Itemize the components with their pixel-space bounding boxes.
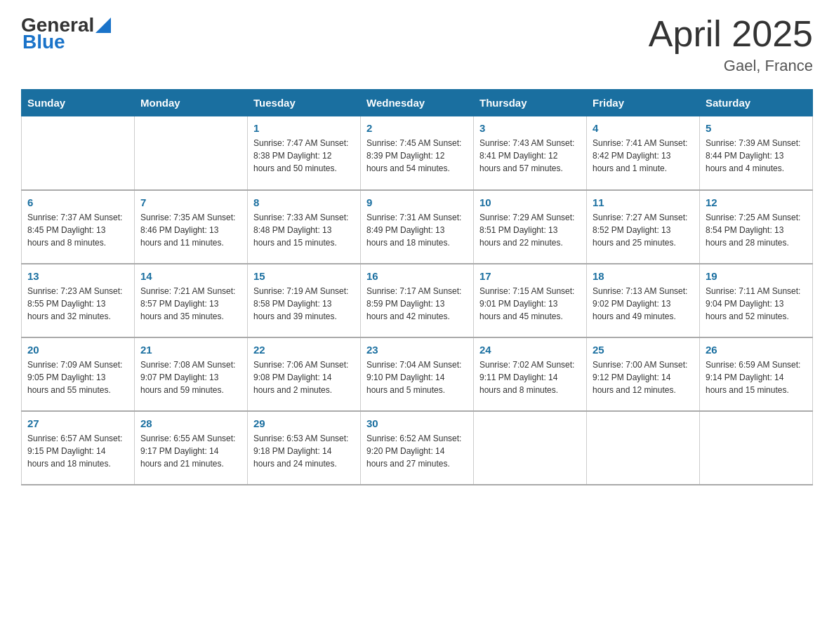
calendar-cell (135, 116, 248, 190)
calendar-cell: 25Sunrise: 7:00 AM Sunset: 9:12 PM Dayli… (587, 337, 700, 411)
day-info: Sunrise: 7:33 AM Sunset: 8:48 PM Dayligh… (253, 211, 355, 249)
calendar-cell: 11Sunrise: 7:27 AM Sunset: 8:52 PM Dayli… (587, 190, 700, 264)
day-info: Sunrise: 7:08 AM Sunset: 9:07 PM Dayligh… (140, 358, 241, 396)
day-info: Sunrise: 7:41 AM Sunset: 8:42 PM Dayligh… (593, 137, 694, 175)
day-number: 9 (366, 196, 468, 208)
calendar-cell: 29Sunrise: 6:53 AM Sunset: 9:18 PM Dayli… (248, 411, 361, 485)
calendar-cell: 8Sunrise: 7:33 AM Sunset: 8:48 PM Daylig… (248, 190, 361, 264)
day-number: 10 (479, 196, 581, 208)
day-number: 30 (366, 417, 468, 429)
calendar-cell: 5Sunrise: 7:39 AM Sunset: 8:44 PM Daylig… (700, 116, 813, 190)
day-info: Sunrise: 6:53 AM Sunset: 9:18 PM Dayligh… (253, 432, 355, 470)
day-info: Sunrise: 6:59 AM Sunset: 9:14 PM Dayligh… (706, 358, 807, 396)
calendar-subtitle: Gael, France (649, 57, 813, 75)
calendar-cell: 23Sunrise: 7:04 AM Sunset: 9:10 PM Dayli… (361, 337, 474, 411)
day-number: 29 (253, 417, 355, 429)
title-block: April 2025 Gael, France (649, 14, 813, 75)
calendar-cell: 3Sunrise: 7:43 AM Sunset: 8:41 PM Daylig… (474, 116, 587, 190)
day-number: 5 (706, 122, 807, 134)
col-monday: Monday (135, 90, 248, 116)
calendar-cell: 13Sunrise: 7:23 AM Sunset: 8:55 PM Dayli… (22, 264, 135, 337)
svg-marker-0 (95, 18, 111, 33)
day-number: 17 (479, 270, 581, 282)
day-number: 2 (366, 122, 468, 134)
day-info: Sunrise: 7:31 AM Sunset: 8:49 PM Dayligh… (366, 211, 468, 249)
logo-blue-text: Blue (22, 31, 65, 53)
day-number: 11 (593, 196, 694, 208)
day-info: Sunrise: 7:47 AM Sunset: 8:38 PM Dayligh… (253, 137, 355, 175)
calendar-cell (22, 116, 135, 190)
calendar-cell: 1Sunrise: 7:47 AM Sunset: 8:38 PM Daylig… (248, 116, 361, 190)
calendar-cell: 6Sunrise: 7:37 AM Sunset: 8:45 PM Daylig… (22, 190, 135, 264)
calendar-cell: 17Sunrise: 7:15 AM Sunset: 9:01 PM Dayli… (474, 264, 587, 337)
calendar-cell (474, 411, 587, 485)
day-number: 13 (27, 270, 128, 282)
day-info: Sunrise: 7:21 AM Sunset: 8:57 PM Dayligh… (140, 285, 241, 323)
day-number: 15 (253, 270, 355, 282)
day-number: 24 (479, 344, 581, 356)
day-number: 19 (706, 270, 807, 282)
calendar-week-row: 20Sunrise: 7:09 AM Sunset: 9:05 PM Dayli… (22, 337, 813, 411)
day-number: 22 (253, 344, 355, 356)
calendar-cell: 14Sunrise: 7:21 AM Sunset: 8:57 PM Dayli… (135, 264, 248, 337)
day-number: 20 (27, 344, 128, 356)
calendar-header-row: Sunday Monday Tuesday Wednesday Thursday… (22, 90, 813, 116)
calendar-cell: 19Sunrise: 7:11 AM Sunset: 9:04 PM Dayli… (700, 264, 813, 337)
day-info: Sunrise: 7:19 AM Sunset: 8:58 PM Dayligh… (253, 285, 355, 323)
calendar-cell: 27Sunrise: 6:57 AM Sunset: 9:15 PM Dayli… (22, 411, 135, 485)
day-number: 12 (706, 196, 807, 208)
day-number: 1 (253, 122, 355, 134)
calendar-cell: 30Sunrise: 6:52 AM Sunset: 9:20 PM Dayli… (361, 411, 474, 485)
day-info: Sunrise: 7:06 AM Sunset: 9:08 PM Dayligh… (253, 358, 355, 396)
day-number: 23 (366, 344, 468, 356)
calendar-cell: 28Sunrise: 6:55 AM Sunset: 9:17 PM Dayli… (135, 411, 248, 485)
calendar-cell: 16Sunrise: 7:17 AM Sunset: 8:59 PM Dayli… (361, 264, 474, 337)
day-number: 27 (27, 417, 128, 429)
calendar-week-row: 6Sunrise: 7:37 AM Sunset: 8:45 PM Daylig… (22, 190, 813, 264)
day-info: Sunrise: 7:27 AM Sunset: 8:52 PM Dayligh… (593, 211, 694, 249)
day-info: Sunrise: 7:39 AM Sunset: 8:44 PM Dayligh… (706, 137, 807, 175)
day-info: Sunrise: 7:23 AM Sunset: 8:55 PM Dayligh… (27, 285, 128, 323)
calendar-cell: 24Sunrise: 7:02 AM Sunset: 9:11 PM Dayli… (474, 337, 587, 411)
day-number: 21 (140, 344, 241, 356)
calendar-cell: 4Sunrise: 7:41 AM Sunset: 8:42 PM Daylig… (587, 116, 700, 190)
day-info: Sunrise: 7:11 AM Sunset: 9:04 PM Dayligh… (706, 285, 807, 323)
day-info: Sunrise: 7:00 AM Sunset: 9:12 PM Dayligh… (593, 358, 694, 396)
calendar-cell: 20Sunrise: 7:09 AM Sunset: 9:05 PM Dayli… (22, 337, 135, 411)
day-number: 3 (479, 122, 581, 134)
calendar-cell: 10Sunrise: 7:29 AM Sunset: 8:51 PM Dayli… (474, 190, 587, 264)
calendar-cell (700, 411, 813, 485)
day-number: 14 (140, 270, 241, 282)
day-info: Sunrise: 7:45 AM Sunset: 8:39 PM Dayligh… (366, 137, 468, 175)
day-info: Sunrise: 7:09 AM Sunset: 9:05 PM Dayligh… (27, 358, 128, 396)
calendar-cell: 15Sunrise: 7:19 AM Sunset: 8:58 PM Dayli… (248, 264, 361, 337)
day-number: 18 (593, 270, 694, 282)
day-info: Sunrise: 6:55 AM Sunset: 9:17 PM Dayligh… (140, 432, 241, 470)
day-info: Sunrise: 7:35 AM Sunset: 8:46 PM Dayligh… (140, 211, 241, 249)
col-saturday: Saturday (700, 90, 813, 116)
calendar-table: Sunday Monday Tuesday Wednesday Thursday… (21, 89, 813, 485)
calendar-cell: 12Sunrise: 7:25 AM Sunset: 8:54 PM Dayli… (700, 190, 813, 264)
logo: General Blue (21, 14, 111, 53)
day-number: 6 (27, 196, 128, 208)
calendar-cell: 22Sunrise: 7:06 AM Sunset: 9:08 PM Dayli… (248, 337, 361, 411)
day-number: 25 (593, 344, 694, 356)
day-number: 8 (253, 196, 355, 208)
day-info: Sunrise: 7:02 AM Sunset: 9:11 PM Dayligh… (479, 358, 581, 396)
calendar-week-row: 1Sunrise: 7:47 AM Sunset: 8:38 PM Daylig… (22, 116, 813, 190)
page-header: General Blue April 2025 Gael, France (21, 14, 813, 75)
calendar-cell: 21Sunrise: 7:08 AM Sunset: 9:07 PM Dayli… (135, 337, 248, 411)
calendar-cell: 7Sunrise: 7:35 AM Sunset: 8:46 PM Daylig… (135, 190, 248, 264)
day-number: 28 (140, 417, 241, 429)
day-info: Sunrise: 7:25 AM Sunset: 8:54 PM Dayligh… (706, 211, 807, 249)
calendar-title: April 2025 (649, 14, 813, 54)
day-info: Sunrise: 6:52 AM Sunset: 9:20 PM Dayligh… (366, 432, 468, 470)
day-info: Sunrise: 7:29 AM Sunset: 8:51 PM Dayligh… (479, 211, 581, 249)
day-info: Sunrise: 7:13 AM Sunset: 9:02 PM Dayligh… (593, 285, 694, 323)
calendar-cell: 2Sunrise: 7:45 AM Sunset: 8:39 PM Daylig… (361, 116, 474, 190)
col-friday: Friday (587, 90, 700, 116)
day-info: Sunrise: 7:37 AM Sunset: 8:45 PM Dayligh… (27, 211, 128, 249)
calendar-week-row: 27Sunrise: 6:57 AM Sunset: 9:15 PM Dayli… (22, 411, 813, 485)
day-info: Sunrise: 7:04 AM Sunset: 9:10 PM Dayligh… (366, 358, 468, 396)
calendar-cell: 18Sunrise: 7:13 AM Sunset: 9:02 PM Dayli… (587, 264, 700, 337)
